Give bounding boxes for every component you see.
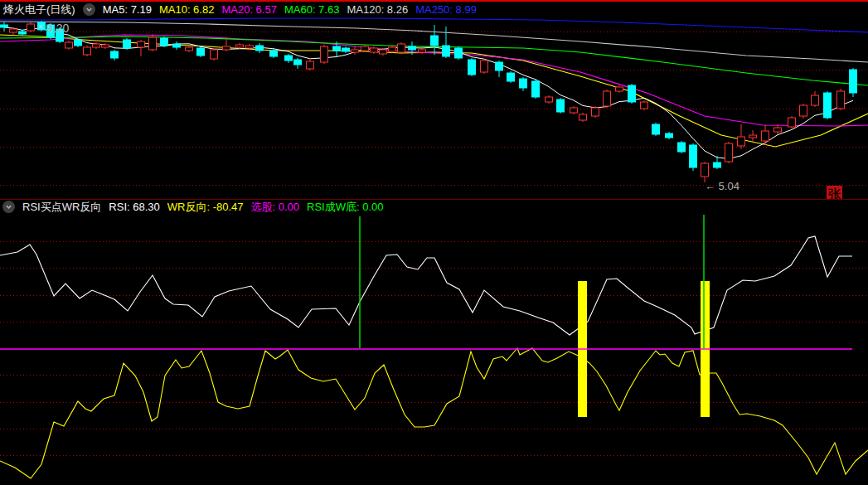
candles bbox=[1, 21, 857, 182]
indicator-header: RSI买点WR反向 RSI: 68.30 WR反向: -80.47 选股: 0.… bbox=[0, 199, 868, 214]
trading-app-window: ✳9.20← 5.04 烽火电子(日线) MA5: 7.19 MA10: 6.8… bbox=[0, 0, 868, 485]
ma5-legend: MA5: 7.19 bbox=[103, 3, 152, 16]
low-price-label: ← 5.04 bbox=[705, 180, 739, 192]
wr-line bbox=[0, 348, 868, 478]
chevron-down-icon[interactable] bbox=[83, 3, 95, 16]
indicator-chevron-down-icon[interactable] bbox=[2, 201, 15, 213]
stock-pick-value: 选股: 0.00 bbox=[251, 200, 300, 215]
ma120-legend: MA120: 8.26 bbox=[347, 3, 408, 16]
main-chart-header: 烽火电子(日线) MA5: 7.19 MA10: 6.82 MA20: 6.57… bbox=[0, 2, 868, 17]
indicator-title: RSI买点WR反向 bbox=[22, 200, 101, 215]
ma60-legend: MA60: 7.63 bbox=[284, 3, 340, 16]
chart-canvas[interactable]: ✳9.20← 5.04 bbox=[0, 0, 868, 485]
high-price-label: 9.20 bbox=[46, 22, 69, 35]
rsi-line bbox=[0, 236, 852, 335]
ma10-legend: MA10: 6.82 bbox=[159, 3, 215, 16]
ex-rights-marker: ✳ bbox=[36, 22, 44, 32]
ma20-legend: MA20: 6.57 bbox=[221, 3, 277, 16]
window-top-border bbox=[0, 0, 868, 2]
rsi-w-bottom-value: RSI成W底: 0.00 bbox=[307, 200, 383, 215]
rsi-value: RSI: 68.30 bbox=[109, 201, 159, 213]
wr-reverse-value: WR反向: -80.47 bbox=[167, 200, 244, 215]
stock-title: 烽火电子(日线) bbox=[3, 2, 75, 17]
gridlines bbox=[0, 32, 868, 455]
ma250-legend: MA250: 8.99 bbox=[415, 3, 477, 16]
